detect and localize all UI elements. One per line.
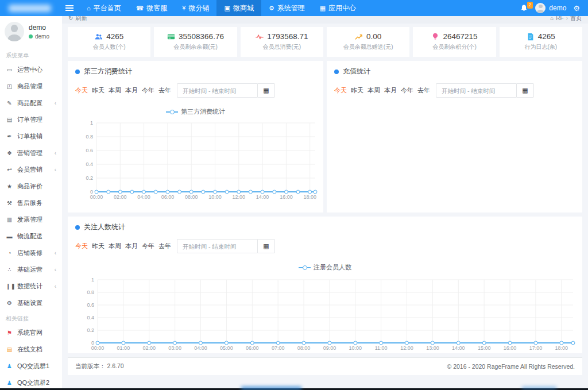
svg-text:0.2: 0.2 [87,327,94,333]
sidebar-item-order-manage[interactable]: ▤订单管理 [0,111,62,128]
sidebar-item-logistics[interactable]: ▬物流配送 [0,228,62,245]
sidebar-item-data-statistics[interactable]: ❙❚数据统计‹ [0,278,62,295]
quick-range-link[interactable]: 本周 [109,242,121,250]
shopping-bag-icon: ▣ [224,5,230,11]
quick-range-link[interactable]: 今天 [75,86,88,95]
calendar-button[interactable]: ▦ [516,83,534,98]
sidebar-item-after-sale[interactable]: ⚒售后服务 [0,195,62,211]
calendar-icon: ▦ [263,87,269,94]
nav-item-system-manage[interactable]: ⚙系统管理 [261,0,312,16]
top-menu: ⌂平台首页 ☎微客服 ¥微分销 ▣微商城 ⚙系统管理 ▦应用中心 [79,0,363,16]
panel-third-party-consumption: 第三方消费统计 今天昨天本周本月今年去年 ▦ 第三方消费统计 00:0002:0… [68,61,323,213]
quick-range-link[interactable]: 去年 [158,86,171,95]
app-logo[interactable] [0,0,60,16]
stat-value: 4265 [538,32,555,41]
gift-icon: ❖ [6,150,13,156]
sidebar-item-basic-operation[interactable]: ∴基础运营‹ [0,261,62,278]
date-range-input[interactable] [177,239,257,253]
panel-dot-icon [334,69,339,74]
file-icon [527,33,535,41]
calendar-button[interactable]: ▦ [257,83,275,98]
svg-text:05:00: 05:00 [220,345,233,351]
date-range-input[interactable] [177,83,257,98]
copyright-text: © 2016 - 2020 RageFrame All Rights Reser… [447,363,575,370]
sidebar-item-qq-group-1[interactable]: ♟QQ交流群1 [0,358,62,374]
svg-text:08:00: 08:00 [185,194,198,200]
sidebar-item-operation-center[interactable]: ▭运营中心 [0,61,62,78]
sidebar: demo demo 系统菜单 ▭运营中心 ◰商品管理 ✎商品配置‹ ▤订单管理 … [0,16,62,390]
sidebar-item-goods-config[interactable]: ✎商品配置‹ [0,95,62,111]
stat-card-behavior-logs: 4265 行为日志(条) [500,27,582,57]
sidebar-item-shop-decorate[interactable]: ◔店铺装修‹ [0,245,62,261]
sidebar-item-order-verify[interactable]: ✒订单核销 [0,128,62,145]
nav-item-mall[interactable]: ▣微商城 [216,0,261,16]
user-menu[interactable]: demo [535,3,566,13]
calendar-button[interactable]: ▦ [257,239,275,253]
bar-chart-icon: ❙❚ [6,283,13,289]
sidebar-item-goods-manage[interactable]: ◰商品管理 [0,78,62,95]
quick-range-link[interactable]: 今年 [401,86,413,95]
grid-icon: ▦ [320,5,326,11]
svg-text:0.6: 0.6 [87,302,94,308]
nav-item-app-center[interactable]: ▦应用中心 [312,0,363,16]
sidebar-item-invoice-manage[interactable]: ▥发票管理 [0,211,62,228]
third-party-consumption-chart: 00:0002:0004:0006:0008:0010:0012:0014:00… [74,119,318,201]
quick-range-links: 今天昨天本周本月今年去年 [75,86,171,95]
date-range-input[interactable] [436,83,516,98]
quick-range-link[interactable]: 今天 [75,242,88,250]
quick-range-link[interactable]: 今年 [142,86,154,95]
date-range-picker: ▦ [436,83,534,98]
svg-text:14:00: 14:00 [256,194,269,200]
chart-legend[interactable]: 注册会员人数 [68,263,582,272]
svg-text:02:00: 02:00 [142,345,156,351]
panel-recharge-stats: 充值统计 今天昨天本周本月今年去年 ▦ [327,61,582,213]
quick-range-link[interactable]: 去年 [417,86,430,95]
nav-item-platform-home[interactable]: ⌂平台首页 [79,0,129,16]
stat-card-balance-gift: 0.00 会员余额总赠送(元) [327,27,409,57]
version-text: 当前版本： 2.6.70 [75,362,124,370]
svg-text:17:00: 17:00 [529,345,543,351]
sidebar-item-marketing-manage[interactable]: ❖营销管理‹ [0,145,62,161]
quick-range-link[interactable]: 本月 [384,86,397,95]
svg-text:04:00: 04:00 [137,194,150,200]
quick-range-link[interactable]: 本月 [125,242,138,250]
svg-text:0.6: 0.6 [86,148,93,153]
svg-text:0: 0 [91,340,94,346]
settings-gear-icon[interactable]: ⚙ [573,4,580,13]
svg-text:11:00: 11:00 [375,345,388,351]
user-avatar [535,3,546,13]
quick-range-link[interactable]: 去年 [158,242,171,250]
nav-item-customer-service[interactable]: ☎微客服 [129,0,175,16]
notifications-button[interactable]: 2 [520,4,528,12]
stat-card-member-points: 26467215 会员剩余积分(个) [413,27,496,57]
sidebar-item-official-site[interactable]: ⚑系统官网 [0,325,62,341]
nav-item-distribution[interactable]: ¥微分销 [175,0,216,16]
quick-range-link[interactable]: 昨天 [92,86,105,95]
sidebar-item-online-docs[interactable]: ▤在线文档 [0,341,62,358]
quick-range-link[interactable]: 本周 [109,86,121,95]
sidebar-item-member-marketing[interactable]: ↩会员营销‹ [0,161,62,178]
svg-text:0: 0 [90,189,93,195]
sidebar-item-qq-group-2[interactable]: ♟QQ交流群2 [0,374,62,390]
quick-range-link[interactable]: 昨天 [92,242,105,250]
sidebar-item-goods-review[interactable]: ★商品评价 [0,178,62,195]
svg-text:13:00: 13:00 [426,345,439,351]
quick-range-link[interactable]: 昨天 [351,86,363,95]
stat-label: 会员余额总赠送(元) [329,43,407,51]
quick-range-link[interactable]: 本周 [368,86,380,95]
svg-text:07:00: 07:00 [272,345,285,351]
dashboard-icon: ◔ [6,250,13,256]
quick-range-link[interactable]: 今天 [334,86,347,95]
stat-value: 1793568.71 [267,32,308,41]
sidebar-toggle-button[interactable] [60,0,79,16]
sidebar-menu: 系统菜单 ▭运营中心 ◰商品管理 ✎商品配置‹ ▤订单管理 ✒订单核销 ❖营销管… [0,48,62,390]
sidebar-user-panel[interactable]: demo demo [0,16,62,48]
gear-icon: ⚙ [6,300,13,306]
sidebar-item-basic-settings[interactable]: ⚙基础设置 [0,295,62,311]
chart-legend[interactable]: 第三方消费统计 [68,107,323,116]
comment-icon: ☎ [136,5,144,11]
stat-value: 26467215 [443,32,477,41]
quick-range-link[interactable]: 本月 [125,86,138,95]
chart-filter-row: 今天昨天本周本月今年去年 ▦ [327,81,582,100]
quick-range-link[interactable]: 今年 [142,242,154,250]
